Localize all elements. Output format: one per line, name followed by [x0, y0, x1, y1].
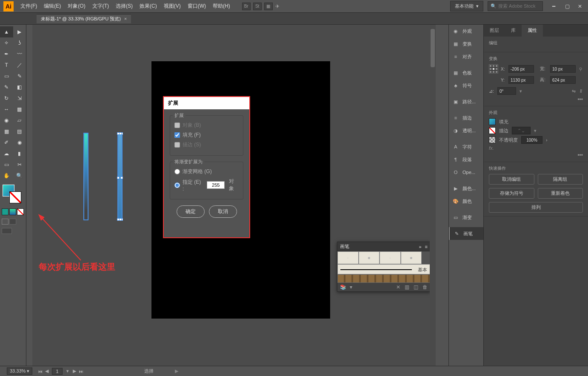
ok-button[interactable]: 确定 [177, 205, 205, 218]
pen-tool[interactable]: ✒ [0, 48, 13, 60]
brush-options-icon[interactable]: ▥ [405, 284, 409, 290]
direct-select-tool[interactable]: ▶ [13, 26, 26, 37]
menu-help[interactable]: 帮助(H) [209, 3, 234, 10]
gradient-mesh-radio[interactable]: 渐变网格 (G) [174, 168, 239, 175]
basic-brush-row[interactable]: 基本 [337, 264, 430, 274]
draw-behind-icon[interactable] [9, 219, 16, 225]
x-input[interactable] [508, 65, 534, 73]
menu-object[interactable]: 对象(O) [64, 3, 88, 10]
brush-lib-menu-icon[interactable]: ▾ [350, 284, 352, 290]
hand-tool[interactable]: ✋ [0, 170, 13, 181]
free-transform-tool[interactable]: ▦ [13, 104, 26, 115]
panel-swatches[interactable]: ▦色板 [449, 66, 483, 79]
fill-stroke-swatch[interactable] [0, 184, 26, 206]
search-input[interactable]: 🔍 搜索 Adobe Stock [488, 1, 543, 11]
menu-file[interactable]: 文件(F) [17, 3, 40, 10]
brush-lib-icon[interactable]: 📚 [340, 284, 346, 290]
rect-tool[interactable]: ▭ [0, 71, 13, 82]
recolor-button[interactable]: 重新着色 [538, 188, 583, 199]
expand-fill-checkbox[interactable]: 填充 (F) [174, 131, 239, 139]
symbol-sprayer-tool[interactable]: ☁ [0, 148, 13, 159]
workspace-switcher[interactable]: 基本功能▾ [450, 1, 483, 11]
artboard-number[interactable]: 1 [52, 368, 62, 375]
menu-edit[interactable]: 编辑(E) [40, 3, 64, 10]
arrange-docs-icon[interactable]: ▦ [264, 3, 273, 10]
draw-normal-icon[interactable] [2, 219, 9, 225]
document-tab[interactable]: 未标题-1* @ 33.33% (RGB/GPU 预览)× [37, 14, 131, 23]
mesh-tool[interactable]: ▦ [0, 126, 13, 137]
more-options-icon[interactable]: ••• [489, 97, 583, 103]
specify-radio[interactable]: 指定 (E) :对象 [174, 178, 239, 192]
color-mode-icon[interactable] [2, 208, 9, 215]
minimize-icon[interactable]: ━ [552, 3, 559, 9]
brushes-panel[interactable]: 画笔»≡ · ● · ● 基本 📚▾✕▥◫🗑 [337, 242, 431, 292]
magic-wand-tool[interactable]: ✧ [0, 37, 13, 48]
width-input[interactable] [550, 65, 576, 73]
fill-swatch[interactable] [489, 118, 496, 125]
canvas[interactable]: 扩展 扩展 对象 (B) 填充 (F) 描边 (S) 将渐变扩展为 渐变网格 (… [32, 25, 436, 366]
stroke-weight-input[interactable]: ⌃⌄ [512, 127, 531, 134]
zoom-tool[interactable]: 🔍 [13, 170, 26, 181]
maximize-icon[interactable]: ▢ [565, 3, 572, 9]
brush-preset[interactable]: · [380, 251, 401, 264]
panel-appearance[interactable]: ◉外观 [449, 25, 483, 37]
tab-close-icon[interactable]: × [124, 16, 127, 21]
menu-view[interactable]: 视图(V) [160, 3, 184, 10]
cancel-button[interactable]: 取消 [209, 205, 237, 218]
last-artboard-icon[interactable]: ⏭ [78, 369, 85, 374]
angle-input[interactable] [497, 87, 516, 95]
shape-builder-tool[interactable]: ◉ [0, 115, 13, 126]
perspective-tool[interactable]: ▱ [13, 115, 26, 126]
gradient-object-left[interactable] [83, 133, 88, 220]
reference-point-widget[interactable] [489, 64, 498, 74]
gradient-object-right-selected[interactable] [117, 133, 123, 220]
delete-brush-icon[interactable]: 🗑 [422, 284, 428, 290]
curvature-tool[interactable]: 〰 [13, 48, 26, 60]
slice-tool[interactable]: ✂ [13, 159, 26, 170]
flip-v-icon[interactable]: ⥯ [579, 88, 583, 94]
next-artboard-icon[interactable]: ▶ [71, 368, 78, 374]
brush-preset[interactable]: ● [401, 251, 422, 264]
artboard-dropdown-icon[interactable]: ▾ [64, 368, 71, 374]
prev-artboard-icon[interactable]: ◀ [43, 368, 50, 374]
eyedropper-tool[interactable]: ✐ [0, 137, 13, 148]
tab-properties[interactable]: 属性 [522, 25, 543, 37]
panel-transform[interactable]: ▦变换 [449, 37, 483, 50]
zoom-select[interactable]: 33.33% ▾ [7, 367, 32, 375]
screen-mode-icon[interactable] [2, 228, 12, 234]
save-symbol-button[interactable]: 存储为符号 [489, 188, 534, 199]
brush-preset[interactable]: · [337, 251, 359, 264]
shaper-tool[interactable]: ✎ [0, 82, 13, 93]
panel-collapse-icon[interactable]: » [419, 244, 421, 249]
graph-tool[interactable]: ▮ [13, 148, 26, 159]
panel-char[interactable]: A字符 [449, 140, 483, 153]
fx-button[interactable]: fx. [489, 145, 494, 151]
panel-opentype[interactable]: OOpe... [449, 166, 483, 179]
flip-h-icon[interactable]: ⇋ [572, 88, 576, 94]
scale-tool[interactable]: ⇲ [13, 93, 26, 104]
stroke-swatch[interactable] [489, 127, 496, 134]
type-tool[interactable]: T [0, 60, 13, 71]
arrange-button[interactable]: 排列 [489, 202, 583, 213]
menu-type[interactable]: 文字(T) [89, 3, 112, 10]
link-wh-icon[interactable]: ⚲ [579, 67, 587, 71]
panel-align[interactable]: ≡对齐 [449, 50, 483, 63]
stock-icon[interactable]: St [253, 3, 262, 10]
tab-layers[interactable]: 图层 [484, 25, 505, 37]
lasso-tool[interactable]: ʖ [13, 37, 26, 48]
isolate-button[interactable]: 隔离组 [538, 174, 583, 185]
opacity-input[interactable] [521, 136, 542, 144]
specify-count-input[interactable] [207, 181, 225, 189]
line-tool[interactable]: ／ [13, 60, 26, 71]
first-artboard-icon[interactable]: ⏮ [37, 369, 43, 374]
blend-tool[interactable]: ◉ [13, 137, 26, 148]
status-nav-icon[interactable]: ▶ [175, 368, 178, 374]
menu-select[interactable]: 选择(S) [112, 3, 136, 10]
menu-effect[interactable]: 效果(C) [136, 3, 160, 10]
brush-scroll[interactable] [422, 251, 430, 264]
y-input[interactable] [508, 76, 534, 84]
brush-tool[interactable]: ✎ [13, 71, 26, 82]
gradient-tool[interactable]: ▤ [13, 126, 26, 137]
ungroup-button[interactable]: 取消编组 [489, 174, 534, 185]
selection-tool[interactable]: ▲ [0, 26, 13, 37]
